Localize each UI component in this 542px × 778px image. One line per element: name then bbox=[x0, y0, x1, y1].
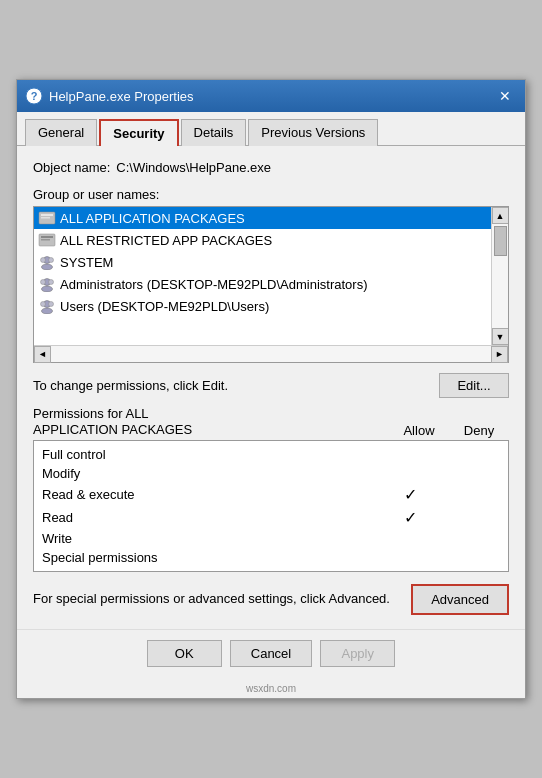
group-icon-1 bbox=[38, 210, 56, 226]
scroll-right-button[interactable]: ► bbox=[491, 346, 508, 363]
svg-point-11 bbox=[49, 258, 54, 263]
scroll-track[interactable] bbox=[492, 224, 508, 328]
scroll-up-button[interactable]: ▲ bbox=[492, 207, 509, 224]
tab-details[interactable]: Details bbox=[181, 119, 247, 146]
perm-allow-read-execute: ✓ bbox=[380, 485, 440, 504]
ok-button[interactable]: OK bbox=[147, 640, 222, 667]
permissions-table: Full control Modify Read & execute ✓ Rea… bbox=[33, 440, 509, 572]
allow-col-header: Allow bbox=[389, 423, 449, 438]
advanced-text: For special permissions or advanced sett… bbox=[33, 590, 401, 608]
object-name-row: Object name: C:\Windows\HelpPane.exe bbox=[33, 160, 509, 175]
group-icon-4 bbox=[38, 276, 56, 292]
group-icon-2 bbox=[38, 232, 56, 248]
scroll-thumb[interactable] bbox=[494, 226, 507, 256]
titlebar: ? HelpPane.exe Properties ✕ bbox=[17, 80, 525, 112]
perm-row-read-execute: Read & execute ✓ bbox=[42, 483, 500, 506]
tab-previous-versions[interactable]: Previous Versions bbox=[248, 119, 378, 146]
svg-point-19 bbox=[49, 302, 54, 307]
svg-point-17 bbox=[42, 308, 53, 314]
watermark: wsxdn.com bbox=[17, 681, 525, 698]
perms-label-line2: APPLICATION PACKAGES bbox=[33, 422, 389, 438]
advanced-button[interactable]: Advanced bbox=[411, 584, 509, 615]
close-button[interactable]: ✕ bbox=[493, 84, 517, 108]
svg-rect-4 bbox=[41, 217, 50, 219]
svg-point-15 bbox=[49, 280, 54, 285]
perms-label-line1: Permissions for ALL bbox=[33, 406, 389, 422]
permissions-label: Permissions for ALL APPLICATION PACKAGES bbox=[33, 406, 389, 437]
user-list-container: ALL APPLICATION PACKAGES ALL RESTRICTED … bbox=[33, 206, 509, 363]
svg-rect-3 bbox=[41, 214, 53, 216]
perm-name: Modify bbox=[42, 466, 380, 481]
list-item[interactable]: SYSTEM bbox=[34, 251, 491, 273]
group-label: Group or user names: bbox=[33, 187, 509, 202]
svg-text:?: ? bbox=[31, 90, 38, 102]
perm-row-modify: Modify bbox=[42, 464, 500, 483]
change-perms-row: To change permissions, click Edit. Edit.… bbox=[33, 373, 509, 398]
tabs-bar: General Security Details Previous Versio… bbox=[17, 112, 525, 146]
advanced-section: For special permissions or advanced sett… bbox=[33, 584, 509, 615]
svg-point-18 bbox=[41, 302, 46, 307]
svg-point-9 bbox=[42, 264, 53, 270]
question-icon: ? bbox=[25, 87, 43, 105]
edit-button[interactable]: Edit... bbox=[439, 373, 509, 398]
group-icon-5 bbox=[38, 298, 56, 314]
perm-name: Special permissions bbox=[42, 550, 380, 565]
list-item[interactable]: Users (DESKTOP-ME92PLD\Users) bbox=[34, 295, 491, 317]
perm-row-write: Write bbox=[42, 529, 500, 548]
scroll-left-button[interactable]: ◄ bbox=[34, 346, 51, 363]
properties-dialog: ? HelpPane.exe Properties ✕ General Secu… bbox=[16, 79, 526, 698]
perm-row-special: Special permissions bbox=[42, 548, 500, 567]
svg-rect-6 bbox=[41, 236, 53, 238]
svg-rect-7 bbox=[41, 239, 50, 241]
user-list-inner: ALL APPLICATION PACKAGES ALL RESTRICTED … bbox=[34, 207, 508, 345]
user-item-name: ALL RESTRICTED APP PACKAGES bbox=[60, 233, 272, 248]
list-item[interactable]: ALL RESTRICTED APP PACKAGES bbox=[34, 229, 491, 251]
tab-content: Object name: C:\Windows\HelpPane.exe Gro… bbox=[17, 146, 525, 628]
dialog-buttons: OK Cancel Apply bbox=[17, 629, 525, 681]
scroll-down-button[interactable]: ▼ bbox=[492, 328, 509, 345]
tab-general[interactable]: General bbox=[25, 119, 97, 146]
list-item[interactable]: ALL APPLICATION PACKAGES bbox=[34, 207, 491, 229]
perm-name: Read bbox=[42, 510, 380, 525]
svg-point-13 bbox=[42, 286, 53, 292]
change-perms-text: To change permissions, click Edit. bbox=[33, 378, 228, 393]
window-title: HelpPane.exe Properties bbox=[49, 89, 493, 104]
perm-row-read: Read ✓ bbox=[42, 506, 500, 529]
svg-point-14 bbox=[41, 280, 46, 285]
user-item-name: Users (DESKTOP-ME92PLD\Users) bbox=[60, 299, 269, 314]
perm-name: Read & execute bbox=[42, 487, 380, 502]
cancel-button[interactable]: Cancel bbox=[230, 640, 312, 667]
tab-security[interactable]: Security bbox=[99, 119, 178, 146]
perm-row-full-control: Full control bbox=[42, 445, 500, 464]
object-name-value: C:\Windows\HelpPane.exe bbox=[116, 160, 271, 175]
user-item-name: Administrators (DESKTOP-ME92PLD\Administ… bbox=[60, 277, 368, 292]
list-item[interactable]: Administrators (DESKTOP-ME92PLD\Administ… bbox=[34, 273, 491, 295]
perm-allow-read: ✓ bbox=[380, 508, 440, 527]
user-item-name: ALL APPLICATION PACKAGES bbox=[60, 211, 245, 226]
deny-col-header: Deny bbox=[449, 423, 509, 438]
permissions-header: Permissions for ALL APPLICATION PACKAGES… bbox=[33, 406, 509, 437]
svg-point-10 bbox=[41, 258, 46, 263]
horizontal-scrollbar[interactable]: ◄ ► bbox=[34, 345, 508, 362]
perm-name: Full control bbox=[42, 447, 380, 462]
user-list: ALL APPLICATION PACKAGES ALL RESTRICTED … bbox=[34, 207, 491, 345]
user-item-name: SYSTEM bbox=[60, 255, 113, 270]
group-icon-3 bbox=[38, 254, 56, 270]
object-name-label: Object name: bbox=[33, 160, 110, 175]
vertical-scrollbar[interactable]: ▲ ▼ bbox=[491, 207, 508, 345]
perm-name: Write bbox=[42, 531, 380, 546]
apply-button[interactable]: Apply bbox=[320, 640, 395, 667]
h-scroll-track[interactable] bbox=[51, 346, 491, 362]
